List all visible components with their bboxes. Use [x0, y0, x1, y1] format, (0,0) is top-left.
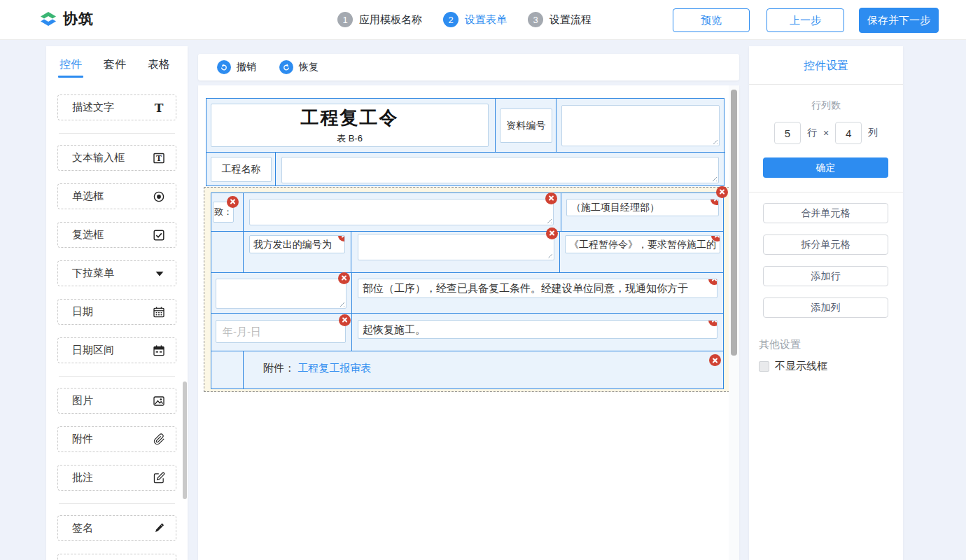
control-item-partial[interactable]	[57, 554, 176, 560]
condition-textarea[interactable]	[216, 279, 346, 309]
save-next-button[interactable]: 保存并下一步	[859, 8, 939, 33]
to-label-box[interactable]: 致：	[213, 202, 234, 223]
hide-border-option: 不显示线框	[759, 360, 903, 373]
control-item-signature[interactable]: 签名	[57, 515, 176, 541]
issued-no-label-cell[interactable]: 我方发出的编号为	[244, 232, 351, 273]
canvas-scrollbar-thumb[interactable]	[731, 90, 737, 356]
date-input-cell[interactable]: 年-月-日	[211, 314, 352, 351]
resume-box[interactable]: 起恢复施工。	[358, 320, 718, 339]
control-item-description-text[interactable]: 描述文字 T	[57, 94, 176, 120]
project-name-textarea[interactable]	[281, 157, 719, 183]
doc-no-input-cell[interactable]	[556, 99, 725, 153]
delete-table-icon[interactable]	[716, 186, 728, 198]
times-sign: ×	[823, 127, 829, 139]
control-item-label: 图片	[72, 394, 93, 407]
selected-table-widget[interactable]: 致： （施工项目经理部）	[204, 187, 729, 392]
doc-no-textarea[interactable]	[561, 105, 720, 146]
form-title: 工程复工令	[301, 106, 399, 130]
previous-step-button[interactable]: 上一步	[766, 8, 844, 32]
add-column-button[interactable]: 添加列	[763, 298, 888, 318]
controls-sidebar: 控件 套件 表格 描述文字 T 文本输入框 T 单选框 复选框	[46, 46, 188, 560]
table-row: 年-月-日 起恢复施工。	[211, 314, 723, 352]
delete-icon[interactable]	[339, 314, 351, 326]
control-list: 描述文字 T 文本输入框 T 单选框 复选框 下拉菜单	[46, 78, 188, 560]
image-icon	[153, 395, 165, 407]
control-item-annotation[interactable]: 批注	[57, 465, 176, 491]
canvas-scrollbar-track[interactable]	[729, 85, 739, 560]
grid-size-controls: 行 × 列	[749, 122, 903, 144]
project-name-input-cell[interactable]	[276, 153, 725, 186]
hide-border-checkbox[interactable]	[759, 361, 769, 372]
sidebar-scrollbar-thumb[interactable]	[183, 382, 187, 499]
empty-cell[interactable]	[211, 351, 244, 388]
condition-text-cell[interactable]: 部位（工序），经查已具备复工条件。经建设单位同意，现通知你方于	[352, 273, 723, 313]
issued-no-input-cell[interactable]	[351, 232, 560, 273]
condition-input-cell[interactable]	[211, 273, 352, 313]
split-cells-button[interactable]: 拆分单元格	[763, 234, 888, 255]
control-item-dropdown[interactable]: 下拉菜单	[57, 260, 176, 286]
control-item-radio[interactable]: 单选框	[57, 183, 176, 209]
issued-no-box[interactable]: 我方发出的编号为	[249, 235, 345, 253]
tab-controls[interactable]: 控件	[59, 57, 82, 78]
control-item-label: 日期	[72, 305, 93, 318]
resume-text-cell[interactable]: 起恢复施工。	[352, 314, 723, 351]
title-cell[interactable]: 工程复工令 表 B-6	[206, 99, 496, 153]
control-item-date-range[interactable]: 日期区间	[57, 337, 176, 363]
delete-icon[interactable]	[710, 199, 719, 205]
to-textarea[interactable]	[249, 199, 554, 225]
preview-button[interactable]: 预览	[673, 8, 750, 32]
control-item-date[interactable]: 日期	[57, 299, 176, 325]
panel-divider	[749, 192, 903, 192]
project-name-label-cell[interactable]: 工程名称	[206, 153, 276, 186]
tab-kits[interactable]: 套件	[104, 57, 126, 78]
delete-icon[interactable]	[338, 272, 350, 284]
control-item-checkbox[interactable]: 复选框	[57, 222, 176, 248]
table-row: 致： （施工项目经理部）	[211, 193, 723, 232]
dept-cell[interactable]: （施工项目经理部）	[561, 193, 723, 231]
date-icon	[153, 306, 165, 318]
undo-icon	[217, 60, 231, 74]
delete-icon[interactable]	[227, 196, 239, 208]
attachment-cell[interactable]: 附件： 工程复工报审表	[244, 351, 723, 388]
project-name-label-box[interactable]: 工程名称	[211, 157, 272, 182]
table-row: 附件： 工程复工报审表	[211, 351, 723, 388]
tab-tables[interactable]: 表格	[148, 57, 170, 78]
attachment-link[interactable]: 工程复工报审表	[298, 362, 371, 374]
condition-box[interactable]: 部位（工序），经查已具备复工条件。经建设单位同意，现通知你方于	[358, 279, 718, 298]
delete-icon[interactable]	[338, 235, 345, 241]
rows-input[interactable]	[774, 122, 801, 144]
body-table[interactable]: 致： （施工项目经理部）	[211, 192, 724, 389]
add-row-button[interactable]: 添加行	[763, 266, 888, 286]
step-1-label: 应用模板名称	[359, 13, 422, 27]
sidebar-divider	[59, 133, 175, 134]
undo-button[interactable]: 撤销	[217, 60, 256, 74]
panel-title: 控件设置	[749, 46, 903, 84]
empty-cell[interactable]	[211, 232, 244, 273]
hide-border-label: 不显示线框	[775, 360, 827, 373]
suspend-order-cell[interactable]: 《工程暂停令》，要求暂停施工的	[560, 232, 723, 273]
delete-icon[interactable]	[546, 227, 558, 239]
suspend-order-box[interactable]: 《工程暂停令》，要求暂停施工的	[565, 235, 720, 253]
dropdown-icon	[154, 268, 165, 279]
redo-button[interactable]: 恢复	[279, 60, 318, 74]
doc-no-label-cell[interactable]: 资料编号	[496, 99, 556, 153]
form-header-table[interactable]: 工程复工令 表 B-6 资料编号 工程名称	[206, 98, 724, 186]
form-title-box[interactable]: 工程复工令 表 B-6	[211, 104, 489, 147]
merge-cells-button[interactable]: 合并单元格	[763, 203, 888, 223]
confirm-button[interactable]: 确定	[763, 158, 888, 178]
date-field[interactable]: 年-月-日	[216, 320, 346, 343]
control-item-text-input[interactable]: 文本输入框 T	[57, 145, 176, 171]
control-item-attachment[interactable]: 附件	[57, 426, 176, 452]
delete-icon[interactable]	[545, 192, 557, 204]
to-input-cell[interactable]	[244, 193, 561, 231]
doc-no-label-box[interactable]: 资料编号	[500, 108, 552, 143]
delete-icon[interactable]	[708, 279, 718, 285]
issued-no-textarea[interactable]	[358, 234, 554, 260]
dept-box[interactable]: （施工项目经理部）	[566, 199, 719, 216]
control-item-image[interactable]: 图片	[57, 388, 176, 414]
delete-icon[interactable]	[708, 320, 718, 326]
undo-label: 撤销	[237, 61, 256, 74]
cols-input[interactable]	[835, 122, 862, 144]
to-label-cell[interactable]: 致：	[211, 193, 244, 231]
form-canvas[interactable]: 工程复工令 表 B-6 资料编号 工程名称 致：	[198, 85, 739, 560]
